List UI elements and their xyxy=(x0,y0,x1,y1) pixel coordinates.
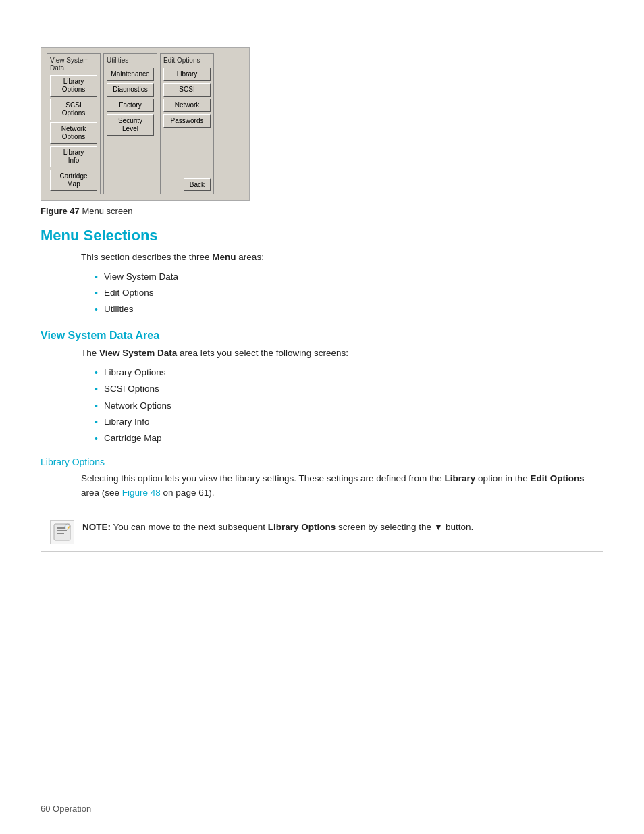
utilities-title: Utilities xyxy=(107,57,154,64)
security-level-btn[interactable]: SecurityLevel xyxy=(107,114,154,136)
view-system-data-heading: View System Data Area xyxy=(41,330,603,342)
list-item: SCSI Options xyxy=(95,381,603,397)
list-item: Cartridge Map xyxy=(95,430,603,446)
network-options-btn[interactable]: NetworkOptions xyxy=(50,122,97,144)
view-system-data-panel: View System Data LibraryOptions SCSIOpti… xyxy=(47,53,101,194)
menu-screen: View System Data LibraryOptions SCSIOpti… xyxy=(41,47,250,201)
list-item: Utilities xyxy=(95,301,603,317)
list-item: Library Info xyxy=(95,414,603,430)
note-svg-icon: 📝 xyxy=(53,523,72,542)
note-icon: 📝 xyxy=(50,520,74,544)
svg-text:📝: 📝 xyxy=(65,525,71,530)
back-btn[interactable]: Back xyxy=(184,178,211,191)
library-info-btn[interactable]: LibraryInfo xyxy=(50,146,97,167)
menu-bold: Menu xyxy=(212,252,236,262)
library-edit-btn[interactable]: Library xyxy=(163,68,211,81)
view-system-items-list: Library Options SCSI Options Network Opt… xyxy=(95,365,603,446)
maintenance-btn[interactable]: Maintenance xyxy=(107,68,154,81)
page-number: 60 xyxy=(41,804,50,814)
note-label: NOTE: xyxy=(82,522,111,532)
network-edit-btn[interactable]: Network xyxy=(163,99,211,112)
scsi-edit-btn[interactable]: SCSI xyxy=(163,83,211,97)
figure-label: Figure 47 xyxy=(41,206,80,216)
edit-options-title: Edit Options xyxy=(163,57,211,64)
diagnostics-btn[interactable]: Diagnostics xyxy=(107,83,154,97)
factory-btn[interactable]: Factory xyxy=(107,99,154,112)
view-system-data-title: View System Data xyxy=(50,57,97,72)
note-text: NOTE: You can move to the next subsequen… xyxy=(82,520,473,535)
note-body: You can move to the next subsequent Libr… xyxy=(113,522,474,532)
view-bold: View System Data xyxy=(99,348,177,358)
list-item: Edit Options xyxy=(95,285,603,301)
svg-rect-3 xyxy=(57,533,64,534)
view-system-data-intro: The View System Data area lets you selec… xyxy=(81,346,603,361)
library-options-heading: Library Options xyxy=(41,457,603,467)
figure-caption-text: Menu screen xyxy=(82,206,132,216)
list-item: Library Options xyxy=(95,365,603,381)
page-footer: 60 Operation xyxy=(41,804,91,814)
figure-48-link[interactable]: Figure 48 xyxy=(122,488,161,498)
library-options-btn[interactable]: LibraryOptions xyxy=(50,75,97,97)
scsi-options-btn[interactable]: SCSIOptions xyxy=(50,99,97,120)
footer-section: Operation xyxy=(53,804,91,814)
menu-selections-intro: This section describes the three Menu ar… xyxy=(81,250,603,265)
edit-options-panel: Edit Options Library SCSI Network Passwo… xyxy=(160,53,214,194)
menu-selections-heading: Menu Selections xyxy=(41,227,603,244)
figure-container: View System Data LibraryOptions SCSIOpti… xyxy=(41,47,603,216)
passwords-btn[interactable]: Passwords xyxy=(163,114,211,128)
figure-caption: Figure 47 Menu screen xyxy=(41,206,133,216)
intro-text: This section describes the three xyxy=(81,252,212,262)
svg-rect-2 xyxy=(57,530,67,531)
list-item: View System Data xyxy=(95,269,603,285)
menu-items-list: View System Data Edit Options Utilities xyxy=(95,269,603,318)
utilities-panel: Utilities Maintenance Diagnostics Factor… xyxy=(103,53,157,194)
note-box: 📝 NOTE: You can move to the next subsequ… xyxy=(41,513,603,552)
library-options-body: Selecting this option lets you view the … xyxy=(81,471,603,500)
list-item: Network Options xyxy=(95,398,603,414)
note-bold: Library Options xyxy=(268,522,336,532)
intro-end: areas: xyxy=(236,252,264,262)
cartridge-map-btn[interactable]: CartridgeMap xyxy=(50,170,97,191)
